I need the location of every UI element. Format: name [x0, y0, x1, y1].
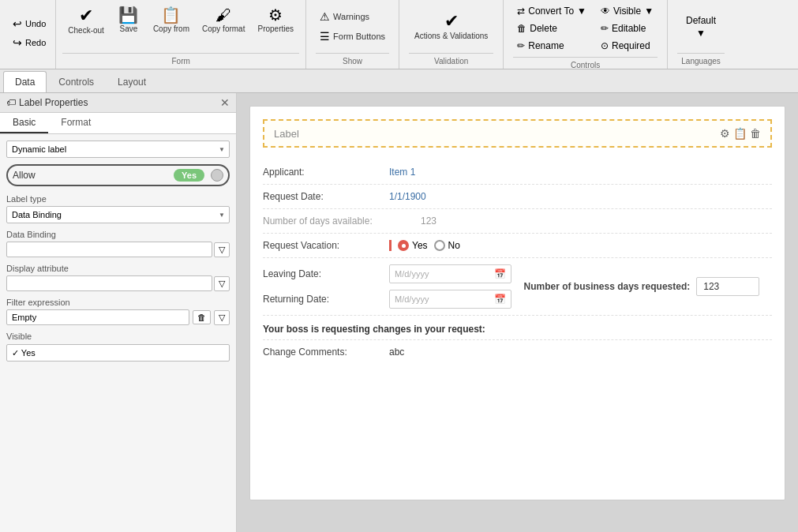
form-buttons-icon: ☰: [320, 30, 330, 43]
returning-date-input[interactable]: M/d/yyyy 📅: [389, 290, 511, 309]
controls-col1: ⇄ Convert To ▼ 🗑 Delete ✏ Rename: [513, 3, 590, 54]
date-business-row: Leaving Date: M/d/yyyy 📅 Returning Date:…: [263, 258, 772, 316]
visible-group: Visible ✓ Yes: [6, 332, 230, 362]
validation-group-footer: Validation: [409, 53, 493, 66]
toggle-group[interactable]: Yes: [174, 169, 223, 182]
left-panel: 🏷 Label Properties ✕ Basic Format Dynami…: [0, 93, 237, 532]
delete-icon: 🗑: [517, 23, 526, 34]
convert-icon: ⇄: [517, 6, 525, 17]
radio-yes[interactable]: Yes: [398, 240, 428, 251]
undo-label: Undo: [25, 19, 46, 28]
subtab-basic[interactable]: Basic: [0, 113, 48, 133]
leaving-date-placeholder: M/d/yyyy: [395, 269, 491, 279]
form-buttons-row: ✔ Check-out 💾 Save 📋 Copy from 🖌 Copy fo…: [62, 3, 299, 50]
leaving-date-input[interactable]: M/d/yyyy 📅: [389, 264, 511, 283]
undo-button[interactable]: ↩ Undo: [9, 16, 49, 32]
editable-icon: ✏: [601, 23, 609, 34]
editable-button[interactable]: ✏ Editable: [597, 21, 658, 36]
required-label: Required: [612, 40, 650, 51]
tab-bar: Data Controls Layout: [0, 69, 798, 93]
label-delete-icon-button[interactable]: 🗑: [750, 127, 761, 140]
request-date-label: Request Date:: [263, 191, 389, 202]
data-binding-input[interactable]: [6, 242, 212, 257]
controls-group-footer: Controls: [513, 57, 658, 69]
copy-format-icon: 🖌: [215, 7, 231, 23]
visible-label: Visible: [6, 332, 230, 341]
business-days-col: Number of business days requested:: [524, 264, 773, 309]
languages-group-footer: Languages: [677, 53, 725, 66]
display-attribute-browse-button[interactable]: ▽: [214, 276, 230, 291]
returning-date-row: Returning Date: M/d/yyyy 📅: [263, 290, 511, 309]
undo-redo-group: ↩ Undo ↪ Redo: [3, 0, 56, 69]
radio-no[interactable]: No: [434, 240, 460, 251]
label-copy-icon-button[interactable]: 📋: [733, 127, 747, 140]
filter-delete-button[interactable]: 🗑: [193, 310, 211, 324]
delete-label: Delete: [530, 23, 557, 34]
tab-controls[interactable]: Controls: [47, 71, 106, 92]
tab-layout[interactable]: Layout: [106, 71, 158, 92]
panel-close-button[interactable]: ✕: [220, 96, 230, 109]
dynamic-label-select[interactable]: Dynamic label: [6, 140, 230, 158]
save-button[interactable]: 💾 Save: [111, 3, 146, 50]
properties-button[interactable]: ⚙ Properties: [252, 3, 299, 50]
returning-calendar-icon: 📅: [494, 294, 506, 305]
warnings-button[interactable]: ⚠ Warnings: [316, 8, 389, 25]
change-comments-value: abc: [389, 347, 404, 358]
data-binding-group: Data Binding ▽: [6, 230, 230, 257]
delete-button[interactable]: 🗑 Delete: [513, 21, 590, 36]
change-comments-label: Change Comments:: [263, 347, 389, 358]
request-date-row: Request Date: 1/1/1900: [263, 185, 772, 209]
visible-select[interactable]: ✓ Yes: [6, 344, 230, 362]
languages-group: Default ▼ Languages: [668, 0, 734, 69]
show-group: ⚠ Warnings ☰ Form Buttons Show: [306, 0, 399, 69]
data-binding-browse-button[interactable]: ▽: [214, 242, 230, 257]
convert-to-button[interactable]: ⇄ Convert To ▼: [513, 3, 590, 19]
subtab-format[interactable]: Format: [48, 113, 103, 133]
boss-message: Your boss is requesting changes in your …: [263, 316, 772, 340]
required-button[interactable]: ⊙ Required: [597, 38, 658, 54]
default-button[interactable]: Default ▼: [677, 11, 725, 43]
visible-dropdown: ▼: [644, 6, 654, 17]
display-attribute-label: Display attribute: [6, 264, 230, 273]
controls-cols: ⇄ Convert To ▼ 🗑 Delete ✏ Rename 👁 Visib…: [513, 3, 658, 54]
tab-data[interactable]: Data: [3, 71, 47, 92]
filter-edit-button[interactable]: ▽: [214, 310, 230, 325]
label-type-label: Label type: [6, 194, 230, 204]
applicant-label: Applicant:: [263, 167, 389, 178]
form-buttons-btn[interactable]: ☰ Form Buttons: [316, 28, 389, 45]
controls-group: ⇄ Convert To ▼ 🗑 Delete ✏ Rename 👁 Visib…: [504, 0, 668, 69]
editable-label: Editable: [612, 23, 646, 34]
rename-button[interactable]: ✏ Rename: [513, 38, 590, 54]
label-settings-icon-button[interactable]: ⚙: [720, 127, 730, 140]
request-vacation-label: Request Vacation:: [263, 240, 389, 251]
copy-from-button[interactable]: 📋 Copy from: [148, 3, 195, 50]
validation-group: ✔ Actions & Validations Validation: [399, 0, 504, 69]
display-attribute-input[interactable]: [6, 275, 212, 291]
ribbon: ↩ Undo ↪ Redo ✔ Check-out 💾 Save 📋 Copy …: [0, 0, 798, 69]
visible-select-wrapper: ✓ Yes: [6, 344, 230, 362]
data-binding-label: Data Binding: [6, 230, 230, 239]
visible-button[interactable]: 👁 Visible ▼: [597, 3, 658, 19]
label-type-select[interactable]: Data Binding: [6, 206, 230, 223]
redo-button[interactable]: ↪ Redo: [9, 35, 49, 51]
filter-expression-group: Filter expression Empty 🗑 ▽: [6, 298, 230, 325]
leaving-date-row: Leaving Date: M/d/yyyy 📅: [263, 264, 511, 283]
filter-expression-label: Filter expression: [6, 298, 230, 307]
actions-validations-button[interactable]: ✔ Actions & Validations: [409, 9, 493, 44]
filter-row: Empty 🗑 ▽: [6, 309, 230, 325]
dynamic-label-wrapper: Dynamic label: [6, 140, 230, 158]
right-area: Label ⚙ 📋 🗑 Applicant: Item 1 Request Da…: [237, 93, 798, 532]
copy-format-button[interactable]: 🖌 Copy format: [197, 3, 250, 50]
num-business-days-input[interactable]: [696, 277, 759, 296]
dates-col: Leaving Date: M/d/yyyy 📅 Returning Date:…: [263, 264, 511, 309]
show-group-footer: Show: [316, 53, 389, 66]
warnings-icon: ⚠: [320, 10, 330, 23]
checkout-button[interactable]: ✔ Check-out: [62, 3, 110, 50]
filter-value: Empty: [6, 309, 189, 325]
num-days-value: 123: [421, 215, 436, 227]
redo-icon: ↪: [13, 36, 22, 49]
controls-col2: 👁 Visible ▼ ✏ Editable ⊙ Required: [597, 3, 658, 54]
subtab-bar: Basic Format: [0, 113, 236, 134]
leaving-date-label: Leaving Date:: [263, 268, 389, 279]
form-group-footer: Form: [62, 53, 299, 66]
